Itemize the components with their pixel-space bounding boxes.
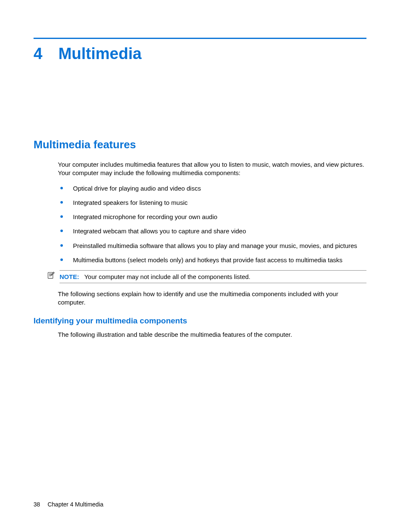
bullet-icon (60, 258, 63, 261)
list-item: Integrated speakers for listening to mus… (58, 199, 366, 207)
bullet-icon (60, 244, 63, 247)
bullet-icon (60, 230, 63, 232)
section-body: Your computer includes multimedia featur… (58, 160, 366, 307)
subsection-paragraph: The following illustration and table des… (58, 331, 366, 339)
chapter-title: 4 Multimedia (34, 45, 366, 63)
list-item-text: Preinstalled multimedia software that al… (73, 242, 357, 249)
note-text: Your computer may not include all of the… (84, 273, 250, 280)
chapter-name: Multimedia (58, 45, 141, 63)
list-item: Preinstalled multimedia software that al… (58, 242, 366, 250)
note-label: NOTE: (60, 273, 79, 280)
outro-paragraph: The following sections explain how to id… (58, 290, 366, 307)
page-number: 38 (34, 501, 40, 508)
subsection-heading: Identifying your multimedia components (34, 316, 366, 325)
bullet-icon (60, 187, 63, 189)
bullet-icon (60, 215, 63, 218)
bullet-icon (60, 201, 63, 204)
page-footer: 38 Chapter 4 Multimedia (34, 501, 104, 508)
note-box: NOTE: Your computer may not include all … (60, 270, 366, 283)
subsection-body: The following illustration and table des… (58, 331, 366, 339)
list-item-text: Optical drive for playing audio and vide… (73, 185, 201, 192)
section-heading: Multimedia features (34, 138, 366, 151)
footer-label: Chapter 4 Multimedia (47, 501, 103, 508)
list-item: Multimedia buttons (select models only) … (58, 256, 366, 264)
note-icon (47, 271, 55, 279)
list-item-text: Integrated webcam that allows you to cap… (73, 227, 246, 235)
list-item-text: Multimedia buttons (select models only) … (73, 256, 343, 263)
list-item: Integrated microphone for recording your… (58, 213, 366, 221)
list-item-text: Integrated speakers for listening to mus… (73, 199, 187, 206)
list-item-text: Integrated microphone for recording your… (73, 213, 217, 220)
intro-paragraph: Your computer includes multimedia featur… (58, 160, 366, 178)
list-item: Integrated webcam that allows you to cap… (58, 227, 366, 235)
list-item: Optical drive for playing audio and vide… (58, 184, 366, 193)
note-callout: NOTE: Your computer may not include all … (47, 270, 366, 283)
chapter-number: 4 (34, 45, 42, 63)
document-page: 4 Multimedia Multimedia features Your co… (0, 0, 400, 532)
title-rule (34, 38, 366, 39)
bullet-list: Optical drive for playing audio and vide… (58, 184, 366, 265)
